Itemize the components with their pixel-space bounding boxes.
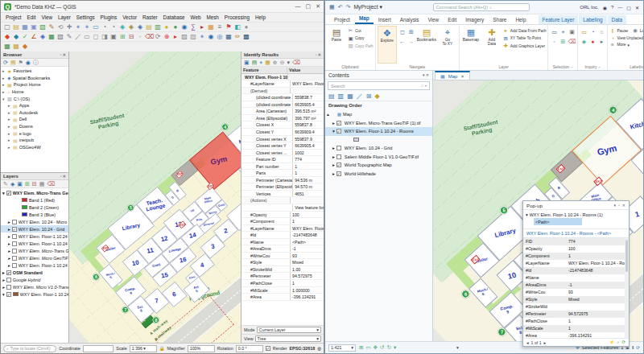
- prev-feature-icon[interactable]: ◂: [526, 340, 529, 345]
- toolbar-icon[interactable]: ⌫: [145, 33, 153, 41]
- attribute-row[interactable]: #Id -2147483648: [523, 267, 625, 274]
- browser-tool-icon[interactable]: ◉: [26, 59, 31, 67]
- ribbon-tab[interactable]: Imagery: [461, 15, 488, 24]
- toolbar-icon[interactable]: ◈: [39, 33, 47, 41]
- toolbar-icon[interactable]: ▧: [56, 33, 64, 41]
- identify-row[interactable]: #WriteCou 93: [242, 253, 324, 260]
- browser-tree-item[interactable]: ▸ ▤ Autodesk: [1, 109, 68, 117]
- selection-tool-icon[interactable]: ⌖: [559, 27, 567, 36]
- identify-tool-icon[interactable]: ⌫: [292, 59, 300, 67]
- inquiry-tool-icon[interactable]: ●: [588, 37, 597, 46]
- toolbar-icon[interactable]: ✏: [233, 33, 242, 41]
- identify-row[interactable]: Parts 1: [242, 170, 324, 177]
- map-scale-select[interactable]: 1:421▾: [328, 344, 356, 352]
- layer-item[interactable]: ▸ WXY Elem. Floor-1 10.24 - Footprint: [1, 261, 68, 269]
- attribute-row[interactable]: #Area -396.134291: [523, 332, 625, 338]
- selection-tool-icon[interactable]: ▫: [550, 37, 558, 46]
- ribbon-tab[interactable]: Help: [511, 15, 530, 24]
- identify-tool-icon[interactable]: ▤: [252, 59, 258, 67]
- contents-layer-item[interactable]: [325, 136, 432, 145]
- identify-row[interactable]: #Perimeter 94.572975: [242, 273, 324, 280]
- toolbar-icon[interactable]: ✎: [47, 23, 56, 31]
- identify-row[interactable]: (Derived): [242, 88, 324, 95]
- menu-item[interactable]: Web: [191, 14, 201, 20]
- browser-tree-item[interactable]: ▸ ▤ e logo: [1, 130, 68, 137]
- map-view-tab[interactable]: ▦Map✕: [435, 71, 470, 80]
- browser-tree-item[interactable]: ▸ ◈ Spatial Bookmarks: [1, 75, 68, 82]
- toolbar-icon[interactable]: ⟲: [56, 23, 64, 31]
- inquiry-tool-icon[interactable]: ▭: [580, 27, 588, 36]
- help-button[interactable]: ?: [611, 5, 613, 10]
- close-button[interactable]: ✕: [635, 5, 639, 10]
- ribbon-context-tab[interactable]: Labeling: [579, 15, 606, 24]
- toolbar-icon[interactable]: ✎: [65, 33, 73, 41]
- ribbon-tab[interactable]: Map: [355, 14, 374, 24]
- browser-tool-icon[interactable]: ⟳: [3, 59, 8, 67]
- toolbar-icon[interactable]: ▦: [3, 43, 11, 51]
- layer-item[interactable]: ▸ WXY Elem. Micro-Trans GeoTIF: [1, 247, 68, 254]
- browser-tool-icon[interactable]: ▤: [10, 59, 16, 67]
- toolbar-icon[interactable]: ◉: [207, 33, 215, 41]
- toolbar-icon[interactable]: ▤: [145, 23, 153, 31]
- attribute-row[interactable]: #Style Mixed: [523, 296, 625, 303]
- dock-icon[interactable]: ▫: [618, 203, 620, 208]
- identify-row[interactable]: Area (Ellipsoidal) 396.797 m²: [242, 115, 324, 122]
- toolbar-icon[interactable]: ⌖: [74, 23, 82, 31]
- ribbon-tab[interactable]: Insert: [374, 15, 395, 24]
- add-data-button[interactable]: ✚Add Data: [482, 26, 502, 64]
- zoom-to-icon[interactable]: ⌕: [617, 340, 619, 345]
- layer-item[interactable]: Band 2 (Green): [1, 204, 68, 211]
- toolbar-icon[interactable]: ∠: [30, 33, 38, 41]
- layer-item[interactable]: Band 1 (Red): [1, 196, 68, 204]
- magnifier-field[interactable]: 100%: [188, 345, 215, 352]
- layer-checkbox[interactable]: [336, 154, 341, 159]
- render-checkbox[interactable]: [266, 346, 270, 351]
- panel-dock-icons[interactable]: ▫ ✕: [60, 174, 66, 179]
- identify-row[interactable]: #PathClose 1: [242, 280, 324, 287]
- identify-row[interactable]: (clicked coordinate Y) 6639905.4: [242, 101, 324, 109]
- browser-tree-item[interactable]: ▾ ▥ C:\ (OS): [1, 95, 68, 102]
- browser-tree-item[interactable]: ▸ ▤ Project Home: [1, 81, 68, 88]
- toolbar-icon[interactable]: ⌖: [83, 23, 91, 31]
- contents-layer-item[interactable]: ▾ WXY Elem. Floor-1 10.24 - Rooms: [325, 127, 432, 136]
- close-icon[interactable]: ✕: [622, 203, 625, 208]
- flash-icon[interactable]: ⚡: [609, 340, 614, 345]
- toolbar-icon[interactable]: ●: [171, 23, 180, 31]
- identify-row[interactable]: Closest vertex ... 1002: [242, 150, 324, 157]
- attribute-row[interactable]: FID 774: [523, 238, 625, 245]
- layer-checkbox[interactable]: [6, 278, 11, 282]
- account-name[interactable]: ORL Inc.: [580, 5, 598, 10]
- ribbon-context-tab[interactable]: Feature Layer: [539, 15, 579, 24]
- view-unplaced-button[interactable]: ◔View Unplaced: [609, 35, 644, 41]
- toolbar-icon[interactable]: ▧: [39, 23, 47, 31]
- identify-tool-icon[interactable]: ⊕: [273, 59, 278, 67]
- identify-tool-icon[interactable]: ▾: [287, 59, 291, 67]
- contents-layer-item[interactable]: ▴ ▦ Map: [325, 110, 432, 119]
- ribbon-tab[interactable]: Project: [330, 15, 354, 24]
- identify-tool-icon[interactable]: ▦: [265, 59, 270, 67]
- menu-item[interactable]: Raster: [142, 14, 158, 20]
- layer-checkbox[interactable]: [12, 256, 17, 261]
- identify-row[interactable]: Part number 1: [242, 163, 324, 171]
- toolbar-icon[interactable]: ▦: [12, 43, 20, 51]
- toolbar-icon[interactable]: ✛: [65, 23, 73, 31]
- extent-icon[interactable]: ▭: [365, 344, 370, 351]
- attribute-row[interactable]: #AreaDims -1: [523, 282, 625, 289]
- contents-view-icon[interactable]: ⊞: [366, 93, 372, 100]
- view-select[interactable]: Tree▾: [255, 335, 321, 342]
- contents-search[interactable]: Search⌕ ▾: [328, 81, 430, 90]
- identify-row[interactable]: Closest vertex Y 6639905.4: [242, 142, 324, 150]
- toolbar-icon[interactable]: ▸: [198, 23, 206, 31]
- menu-item[interactable]: View: [41, 14, 52, 20]
- contents-view-icon[interactable]: ／: [357, 92, 363, 101]
- layer-item[interactable]: ▸ WXY Elem. Micro GeoTIF: [1, 254, 68, 261]
- inquiry-tool-icon[interactable]: ◈: [580, 37, 588, 46]
- panel-dock-icons[interactable]: ▫ ✕: [60, 52, 66, 57]
- contents-view-icon[interactable]: ◆: [374, 93, 379, 100]
- browser-tree-item[interactable]: ▸ ⌂ Home: [1, 88, 68, 96]
- command-search[interactable]: Command Search (Alt+Q)⌕: [433, 3, 530, 11]
- menu-icon[interactable]: ▾: [614, 203, 617, 208]
- menu-item[interactable]: Project: [6, 14, 22, 20]
- inquiry-tool-icon[interactable]: ⌂: [597, 27, 605, 36]
- refresh-map-icon[interactable]: ⟳: [636, 345, 640, 350]
